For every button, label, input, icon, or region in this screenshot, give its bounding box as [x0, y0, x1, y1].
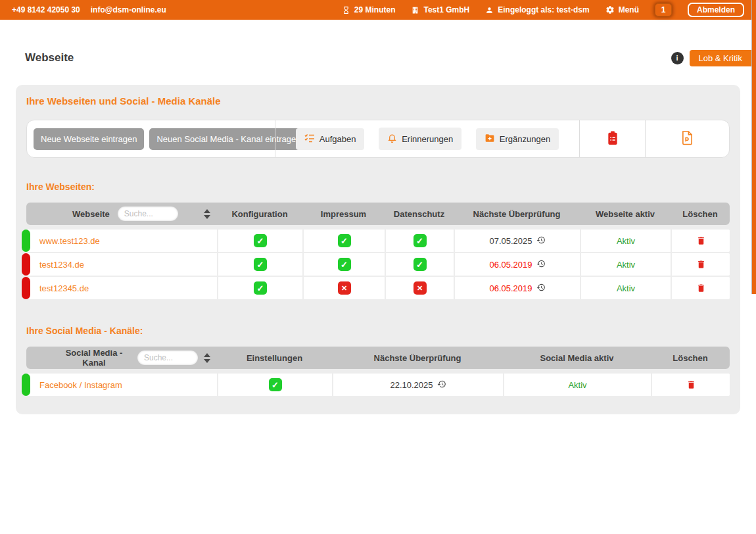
checklist-icon [304, 134, 315, 145]
logged-in-user: Eingeloggt als: test-dsm [485, 5, 589, 14]
next-check-date: 06.05.2019 [489, 260, 532, 270]
bell-icon [387, 133, 397, 145]
cross-badge[interactable]: ✕ [338, 281, 351, 295]
col-webseite: Webseite [72, 209, 110, 219]
email-link[interactable]: info@dsm-online.eu [91, 5, 166, 14]
websites-table-header: Webseite Konfiguration Impressum Datensc… [26, 203, 730, 225]
history-icon[interactable] [536, 283, 546, 294]
tasks-button[interactable]: Aufgaben [296, 128, 365, 150]
history-icon[interactable] [437, 379, 446, 391]
active-status[interactable]: Aktiv [580, 253, 671, 276]
einstellungen-cell: ✓ [217, 374, 332, 396]
col-datenschutz: Datenschutz [385, 209, 454, 219]
check-badge[interactable]: ✓ [338, 234, 351, 247]
col-social-media-aktiv: Social Media aktiv [503, 353, 651, 363]
col-naechste-ueberpruefung: Nächste Überprüfung [332, 353, 503, 363]
building-icon [411, 6, 419, 14]
konfiguration-cell: ✓ [217, 253, 302, 276]
website-link[interactable]: www.test123.de [26, 230, 217, 252]
next-check-date: 22.10.2025 [390, 380, 433, 390]
social-search-input[interactable] [137, 351, 198, 365]
logout-button[interactable]: Abmelden [688, 3, 744, 17]
next-check-date: 06.05.2019 [489, 283, 532, 293]
next-check-cell: 06.05.2019 [454, 277, 580, 299]
gear-icon [605, 5, 615, 14]
datenschutz-cell: ✓ [385, 230, 454, 252]
websites-table-body: www.test123.de✓✓✓07.05.2025Aktivtest1234… [26, 230, 730, 299]
folder-plus-icon [484, 134, 495, 145]
hourglass-icon [342, 6, 350, 14]
website-row: www.test123.de✓✓✓07.05.2025Aktiv [26, 230, 730, 252]
main-card: Ihre Webseiten und Social - Media Kanäle… [16, 85, 740, 414]
websites-section-heading: Ihre Webseiten: [26, 182, 730, 192]
additions-button[interactable]: Ergänzungen [476, 128, 559, 150]
social-section-heading: Ihre Social Media - Kanäle: [26, 326, 730, 336]
clipboard-icon [606, 130, 619, 148]
toolbar: Neue Webseite eintragen Neuen Social Med… [26, 120, 730, 158]
social-table-body: Facebook / Instagram✓22.10.2025Aktiv [26, 374, 730, 396]
impressum-cell: ✕ [302, 277, 385, 299]
cross-badge[interactable]: ✕ [413, 281, 427, 295]
check-badge[interactable]: ✓ [338, 258, 351, 271]
company-name[interactable]: Test1 GmbH [411, 5, 469, 14]
phone-number: +49 8142 42050 30 [12, 5, 80, 14]
scrollbar-thumb[interactable] [751, 0, 756, 294]
person-icon [485, 6, 494, 14]
next-check-cell: 22.10.2025 [332, 374, 503, 396]
website-link[interactable]: test12345.de [26, 277, 217, 299]
konfiguration-cell: ✓ [217, 230, 302, 252]
social-channel-link[interactable]: Facebook / Instagram [26, 374, 217, 396]
history-icon[interactable] [536, 259, 546, 270]
card-heading: Ihre Webseiten und Social - Media Kanäle [26, 95, 730, 107]
pdf-file-icon [681, 130, 694, 147]
social-table-header: Social Media - Kanal Einstellungen Nächs… [26, 347, 730, 369]
next-check-date: 07.05.2025 [489, 236, 532, 246]
active-status[interactable]: Aktiv [580, 277, 671, 299]
trash-icon[interactable] [696, 259, 706, 270]
website-row: test12345.de✓✕✕06.05.2019Aktiv [26, 277, 730, 299]
check-badge[interactable]: ✓ [254, 258, 267, 271]
check-badge[interactable]: ✓ [254, 234, 267, 247]
pdf-export-button[interactable] [678, 128, 696, 150]
next-check-cell: 06.05.2019 [454, 253, 580, 276]
trash-icon[interactable] [696, 283, 706, 293]
status-pill [22, 277, 30, 299]
sort-icon[interactable] [204, 353, 210, 363]
status-pill [22, 230, 30, 252]
page-title: Webseite [25, 51, 74, 64]
col-loeschen: Löschen [651, 353, 730, 363]
website-link[interactable]: test1234.de [26, 253, 217, 276]
new-website-button[interactable]: Neue Webseite eintragen [34, 128, 144, 150]
reminders-button[interactable]: Erinnerungen [379, 128, 461, 150]
check-badge[interactable]: ✓ [254, 281, 267, 295]
col-social-kanal: Social Media - Kanal [57, 348, 131, 368]
status-pill [22, 374, 30, 396]
top-bar: +49 8142 42050 30 info@dsm-online.eu 29 … [0, 0, 756, 20]
notification-badge[interactable]: 1 [655, 3, 672, 16]
trash-icon[interactable] [686, 379, 696, 390]
col-einstellungen: Einstellungen [217, 353, 332, 363]
session-timer: 29 Minuten [342, 5, 396, 14]
menu-button[interactable]: Menü [605, 5, 639, 14]
website-row: test1234.de✓✓✓06.05.2019Aktiv [26, 253, 730, 276]
status-pill [22, 253, 30, 276]
col-impressum: Impressum [302, 209, 385, 219]
sort-icon[interactable] [204, 209, 210, 219]
app-window: +49 8142 42050 30 info@dsm-online.eu 29 … [0, 0, 756, 534]
check-badge[interactable]: ✓ [413, 258, 427, 271]
konfiguration-cell: ✓ [217, 277, 302, 299]
check-badge[interactable]: ✓ [413, 234, 427, 247]
active-status[interactable]: Aktiv [503, 374, 651, 396]
check-badge[interactable]: ✓ [269, 378, 282, 391]
trash-icon[interactable] [696, 235, 706, 246]
next-check-cell: 07.05.2025 [454, 230, 580, 252]
feedback-button[interactable]: Lob & Kritik [690, 50, 751, 66]
report-clipboard-button[interactable] [603, 128, 622, 151]
history-icon[interactable] [536, 235, 546, 247]
datenschutz-cell: ✕ [385, 277, 454, 299]
impressum-cell: ✓ [302, 253, 385, 276]
active-status[interactable]: Aktiv [580, 230, 671, 252]
website-search-input[interactable] [118, 206, 178, 221]
col-webseite-aktiv: Webseite aktiv [580, 209, 671, 219]
info-icon[interactable]: i [671, 52, 684, 64]
